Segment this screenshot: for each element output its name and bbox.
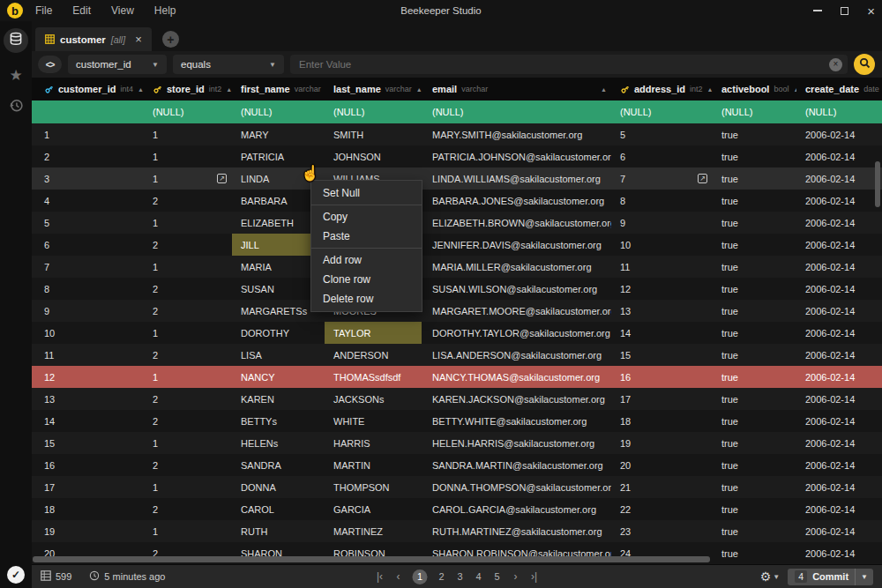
cell[interactable]: BETTYs (232, 410, 325, 432)
cell[interactable]: 9 (611, 212, 713, 234)
cell[interactable]: MARY.SMITH@sakilacustomer.org (422, 123, 611, 145)
cell[interactable]: 8 (611, 190, 713, 212)
cell[interactable]: 2006-02-14 (796, 520, 882, 542)
context-menu-item-set-null[interactable]: Set Null (311, 183, 422, 203)
cell[interactable]: 1 (144, 256, 232, 278)
cell[interactable]: 19 (32, 520, 144, 542)
cell[interactable]: 2006-02-14 (796, 476, 882, 498)
cell[interactable]: 1 (144, 123, 232, 145)
insert-cell[interactable]: (NULL) (796, 100, 882, 123)
cell[interactable]: 5 (32, 212, 144, 234)
cell[interactable]: 2006-02-14 (796, 366, 882, 388)
table-row-17[interactable]: 171DONNATHOMPSONDONNA.THOMPSON@sakilacus… (32, 476, 882, 498)
last-page-button[interactable]: ›| (530, 570, 539, 583)
cell[interactable]: 4 (32, 190, 144, 212)
prev-page-button[interactable]: ‹ (394, 570, 403, 583)
cell[interactable]: NANCY (232, 366, 325, 388)
cell[interactable]: true (713, 542, 796, 564)
cell[interactable]: 2006-02-14 (796, 432, 882, 454)
cell[interactable]: NANCY.THOMAS@sakilacustomer.org (422, 366, 611, 388)
cell[interactable]: 6 (611, 145, 713, 167)
cell[interactable]: DONNA (232, 476, 325, 498)
column-header-email[interactable]: emailvarchar▲ (422, 78, 611, 100)
vertical-scrollbar[interactable] (875, 161, 880, 207)
cell[interactable]: 17 (32, 476, 144, 498)
cell[interactable]: 2006-02-14 (796, 190, 882, 212)
page-button-3[interactable]: 3 (456, 571, 465, 582)
cell[interactable]: 2006-02-14 (796, 542, 882, 564)
cell[interactable]: 2 (144, 278, 232, 300)
table-row-12[interactable]: 121NANCYTHOMASsdfsdfNANCY.THOMAS@sakilac… (32, 366, 882, 388)
cell[interactable]: 1↗ (144, 167, 232, 190)
column-header-first_name[interactable]: first_namevarchar▲ (232, 78, 325, 100)
cell[interactable]: 2 (144, 190, 232, 212)
cell[interactable]: true (713, 520, 796, 542)
cell[interactable]: 2 (144, 498, 232, 520)
first-page-button[interactable]: |‹ (376, 570, 385, 583)
pending-insert-row[interactable]: (NULL)(NULL)(NULL)(NULL)(NULL)(NULL)(NUL… (32, 100, 882, 123)
cell[interactable]: CAROL (232, 498, 325, 520)
cell[interactable]: SUSAN.WILSON@sakilacustomer.org (422, 278, 611, 300)
cell[interactable]: HELENs (232, 432, 325, 454)
table-row-16[interactable]: 162SANDRAMARTINSANDRA.MARTIN@sakilacusto… (32, 454, 882, 476)
cell[interactable]: 19 (611, 432, 713, 454)
cell[interactable]: THOMASsdfsdf (325, 366, 422, 388)
cell[interactable]: 14 (611, 322, 713, 344)
sidebar-item-favorites[interactable]: ★ (9, 68, 22, 83)
cell[interactable]: 2006-02-14 (796, 145, 882, 167)
cell[interactable]: DONNA.THOMPSON@sakilacustomer.org (422, 476, 611, 498)
cell[interactable]: 9 (32, 300, 144, 322)
maximize-button[interactable] (841, 7, 848, 15)
cell[interactable]: true (713, 145, 796, 167)
table-row-5[interactable]: 51ELIZABETHBROWNELIZABETH.BROWN@sakilacu… (32, 212, 882, 234)
page-button-4[interactable]: 4 (475, 571, 483, 582)
page-button-2[interactable]: 2 (437, 571, 446, 582)
table-row-9[interactable]: 92MARGARETSsMOORESMARGARET.MOORE@sakilac… (32, 300, 882, 322)
tab-customer[interactable]: customer [all] × (35, 27, 152, 51)
cell[interactable]: 10 (611, 234, 713, 256)
column-header-last_name[interactable]: last_namevarchar▲ (325, 78, 422, 100)
column-header-customer_id[interactable]: customer_idint4▲ (32, 78, 144, 100)
cell[interactable]: ANDERSON (325, 344, 422, 366)
sql-mode-toggle[interactable]: <> (38, 56, 62, 73)
cell[interactable]: RUTH (232, 520, 325, 542)
cell[interactable]: DOROTHY (232, 322, 325, 344)
insert-cell[interactable]: (NULL) (713, 100, 796, 123)
cell[interactable]: true (713, 476, 796, 498)
cell[interactable]: 15 (32, 432, 144, 454)
cell[interactable]: 2 (144, 388, 232, 410)
cell[interactable]: 14 (32, 410, 144, 432)
cell[interactable]: true (713, 123, 796, 145)
cell[interactable]: 2006-02-14 (796, 300, 882, 322)
sidebar-item-tables[interactable] (4, 28, 28, 53)
cell[interactable]: true (713, 256, 796, 278)
filter-column-select[interactable]: customer_id ▼ (68, 55, 167, 74)
table-row-6[interactable]: 62JILLDAVISJENNIFER.DAVIS@sakilacustomer… (32, 234, 882, 256)
cell[interactable]: GARCIA (325, 498, 422, 520)
cell[interactable]: 17 (611, 388, 713, 410)
insert-cell[interactable]: (NULL) (325, 100, 422, 123)
cell[interactable]: 2 (144, 300, 232, 322)
cell[interactable]: 2006-02-14 (796, 278, 882, 300)
cell[interactable]: 12 (32, 366, 144, 388)
context-menu-item-copy[interactable]: Copy (311, 207, 422, 227)
cell[interactable]: 1 (144, 366, 232, 388)
context-menu-item-delete-row[interactable]: Delete row (311, 289, 422, 309)
cell[interactable]: 11 (611, 256, 713, 278)
sort-ascending-icon[interactable]: ▲ (601, 86, 607, 93)
cell[interactable]: 15 (611, 344, 713, 366)
column-header-activebool[interactable]: activeboolbool▲ (713, 78, 796, 100)
cell[interactable]: MARTIN (325, 454, 422, 476)
cell[interactable]: SMITH (325, 123, 422, 145)
cell[interactable]: 1 (144, 322, 232, 344)
new-tab-button[interactable]: + (162, 31, 179, 48)
cell[interactable]: true (713, 278, 796, 300)
cell[interactable]: 3 (32, 167, 144, 190)
cell[interactable]: JOHNSON (325, 145, 422, 167)
table-row-1[interactable]: 11MARYSMITHMARY.SMITH@sakilacustomer.org… (32, 123, 882, 145)
cell[interactable]: 5 (611, 123, 713, 145)
cell[interactable]: SANDRA (232, 454, 325, 476)
cell[interactable]: RUTH.MARTINEZ@sakilacustomer.org (422, 520, 611, 542)
cell[interactable]: 7 (32, 256, 144, 278)
cell[interactable]: true (713, 410, 796, 432)
